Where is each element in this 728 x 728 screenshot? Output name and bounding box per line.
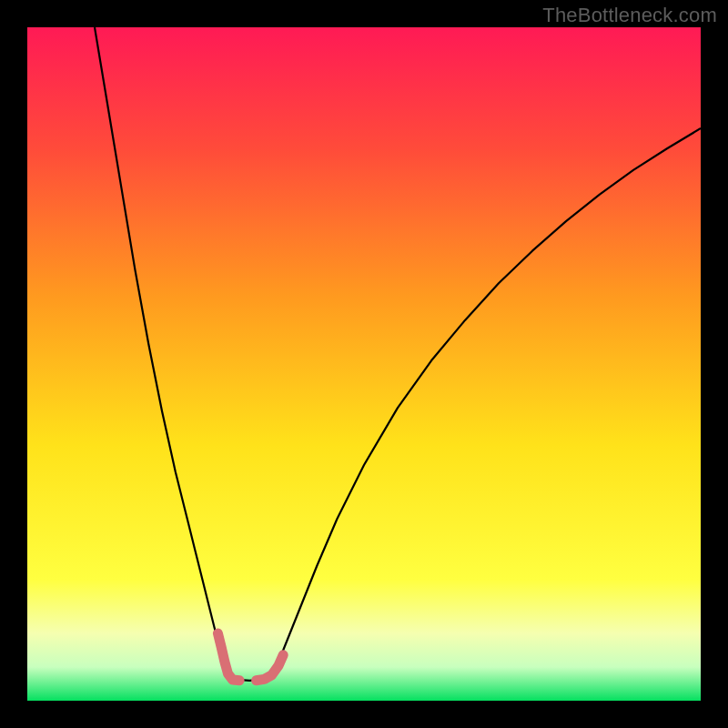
gradient-background [27, 27, 701, 701]
watermark-text: TheBottleneck.com [542, 4, 717, 27]
frame: TheBottleneck.com [0, 0, 728, 728]
bottleneck-chart [27, 27, 701, 701]
plot-area [27, 27, 701, 701]
